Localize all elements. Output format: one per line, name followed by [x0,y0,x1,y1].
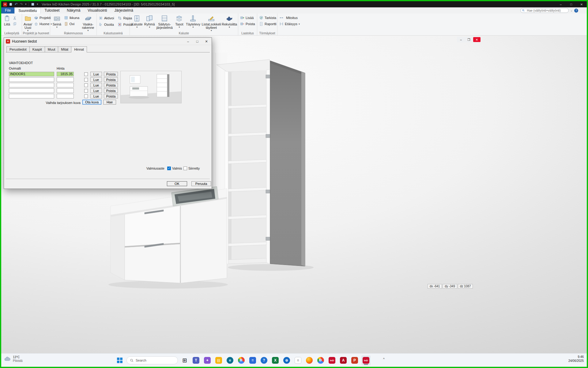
help-icon[interactable]: ? [574,9,578,13]
start-button[interactable] [115,355,124,365]
paste-button[interactable]: Liitä [3,14,11,31]
ovimalli-field[interactable] [9,88,54,93]
command-search-input[interactable] [520,8,569,13]
filler-panel-button[interactable]: Täytelevy▾ [186,14,201,32]
chrome-icon[interactable] [237,355,246,365]
hinta-field[interactable] [57,94,74,98]
firefox-icon[interactable] [305,355,314,365]
excel-icon[interactable]: X [271,355,280,365]
door-button[interactable]: Ovi [63,21,80,27]
mdi-restore-button[interactable]: ❐ [465,37,473,42]
check-collisions-button[interactable]: Tarkista [258,15,276,21]
vertex-ind-active-icon[interactable]: InD [361,355,371,365]
tab-visualisointi[interactable]: Visualisointi [84,7,111,13]
tab-perustiedot[interactable]: Perustiedot [6,46,30,52]
minimize-button[interactable]: – [556,1,566,7]
lue-button[interactable]: Lue [90,83,102,87]
dialog-maximize-button[interactable]: □ [193,38,202,44]
poista-button[interactable]: Poista [104,72,118,76]
poista-button[interactable]: Poista [104,77,118,82]
acrobat-icon[interactable]: A [339,355,348,365]
maximize-button[interactable]: □ [566,1,576,7]
room-button[interactable]: Huone▾ [33,21,52,27]
activate-button[interactable]: Aktivoi [98,15,115,21]
task-view-icon[interactable]: ⊞ [180,355,189,365]
fixture-button[interactable]: Kaluste▾ [131,14,143,32]
tab-mitat[interactable]: Mitat [58,46,71,52]
dialog-titlebar[interactable]: ✦ Huoneen tiedot – □ ✕ [4,38,212,45]
vertex-ind-icon[interactable]: InD [327,355,337,365]
valmis-checkbox[interactable] [167,167,171,170]
hinta-field[interactable] [57,88,74,93]
open-new-button[interactable]: Avaa/ Uusi▾ [23,14,32,32]
close-button[interactable]: ✕ [576,1,587,7]
taskbar-search[interactable]: Search [126,356,178,364]
browse-button[interactable]: Hae [103,100,116,105]
poista-button[interactable]: Poista [104,83,118,87]
project-button[interactable]: Projekti [33,15,52,21]
hinta-field[interactable] [57,83,74,87]
globe-icon[interactable]: ⊕ [282,355,291,365]
tab-jarjestelma[interactable]: Järjestelmä [111,7,137,13]
weather-widget[interactable]: 13°C Pilvistä [4,355,23,363]
distance-button[interactable]: Etäisyys▾ [279,21,298,27]
chrome2-icon[interactable] [316,355,325,365]
ovimalli-field[interactable] [9,94,54,98]
qat-dropdown2-icon[interactable]: ▾ [37,2,38,6]
mdi-close-button[interactable]: ✕ [473,37,481,42]
copy-button[interactable] [12,21,17,27]
dialog-close-button[interactable]: ✕ [202,38,211,44]
row-checkbox[interactable] [84,89,88,93]
undo-icon[interactable]: ↶ [15,2,18,6]
tab-suunnittelu[interactable]: Suunnittelu [14,7,41,13]
ovimalli-field[interactable] [9,83,54,87]
help-icon[interactable]: ? [259,355,269,365]
cut-button[interactable] [12,15,17,21]
teams-icon[interactable]: T [191,355,201,365]
poista-button[interactable]: Poista [104,88,118,93]
tab-tulosteet[interactable]: Tulosteet [41,7,63,13]
lists-plinths-button[interactable]: Listat,sokkeli täytteet▾ [202,14,221,32]
edge-icon[interactable]: e [225,355,235,365]
add-tiling-button[interactable]: Lisää [239,15,256,21]
tray-chevron-icon[interactable]: ^ [383,357,385,361]
window-button[interactable]: Ikkuna [63,15,80,21]
point-button[interactable]: Osoita [98,22,115,27]
group-button[interactable]: Ryhmä▾ [144,14,155,32]
poista-button[interactable]: Poista [104,94,118,98]
mdi-minimize-button[interactable]: – [457,37,465,42]
remove-tiling-button[interactable]: Poista [239,21,256,27]
search-chevron-icon[interactable]: ⌄ [570,9,573,12]
report-button[interactable]: Raportti [258,21,276,27]
row-checkbox[interactable] [84,83,88,87]
storage-system-button[interactable]: Säilytys-järjestelmä [156,14,173,32]
horizontal-structure-button[interactable]: Vaaka-rakenne▾ [81,14,95,32]
redo-icon[interactable]: ↷ [20,2,23,6]
ok-button[interactable]: OK [167,181,187,186]
tab-muut[interactable]: Muut [45,46,58,52]
lue-button[interactable]: Lue [90,88,102,93]
calculator-icon[interactable]: = [248,355,257,365]
cancel-button[interactable]: Peruuta [191,181,211,186]
save-icon[interactable] [9,2,13,6]
tab-kaapit[interactable]: Kaapit [29,46,45,52]
pdf-icon[interactable]: P [350,355,359,365]
copilot-icon[interactable]: ✦ [203,355,212,365]
taskbar-clock[interactable]: 9.46 24/06/2025 [568,355,584,363]
row-checkbox[interactable] [84,72,88,76]
qat-dropdown-icon[interactable]: ▾ [25,2,26,6]
props-button[interactable]: Rekvisiitta▾ [222,14,237,32]
wall-button[interactable]: Seinä▾ [51,14,62,32]
levels-button[interactable]: Tasot▾ [174,14,185,32]
tab-file[interactable]: File [1,7,14,13]
ovimalli-field[interactable]: INDOOR1 [9,72,54,76]
hinta-field[interactable]: 1815.35 [57,72,74,76]
lue-button[interactable]: Lue [90,94,102,98]
lue-button[interactable]: Lue [90,77,102,82]
tab-hinnat[interactable]: Hinnat [71,46,87,52]
lue-button[interactable]: Lue [90,72,102,76]
siirretty-checkbox[interactable] [183,167,187,170]
ovimalli-field[interactable] [9,77,54,82]
notepad-icon[interactable]: ≡ [293,355,303,365]
take-picture-button[interactable]: Ota kuva [82,100,101,105]
